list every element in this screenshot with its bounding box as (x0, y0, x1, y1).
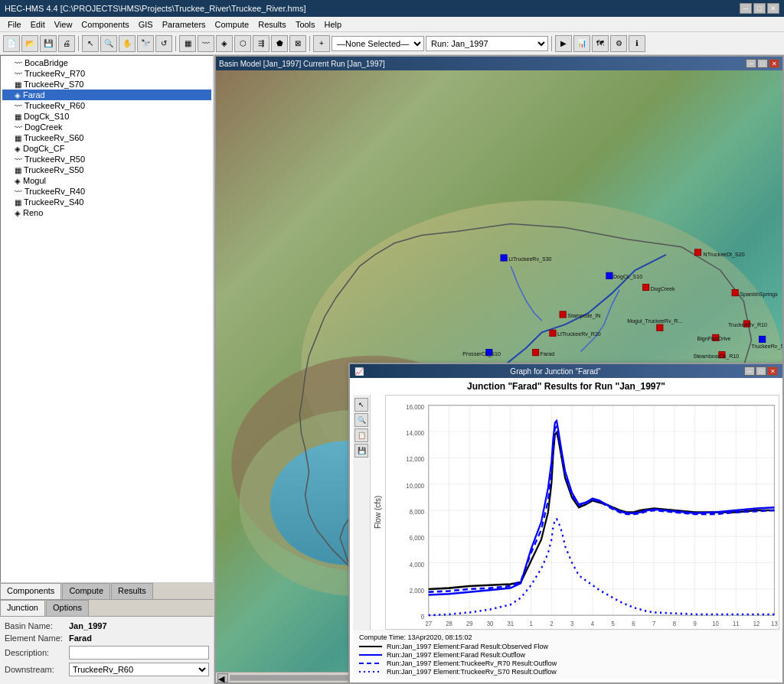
tree-item-truckeerv-r60[interactable]: 〰 TruckeeRv_R60 (2, 100, 211, 111)
graph-export-tool[interactable]: 💾 (354, 444, 368, 458)
source-tool[interactable]: ⬟ (271, 35, 288, 52)
svg-text:LtTruckeeRv_R20: LtTruckeeRv_R20 (557, 331, 601, 337)
graph-close-btn[interactable]: ✕ (767, 366, 778, 376)
props-tab-strip: Junction Options (0, 600, 214, 617)
svg-text:8: 8 (673, 620, 677, 628)
open-button[interactable]: 📂 (21, 35, 38, 52)
reach-tool[interactable]: 〰 (198, 35, 214, 52)
graph-maximize-btn[interactable]: □ (756, 366, 766, 376)
tab-junction[interactable]: Junction (0, 600, 45, 616)
info-button[interactable]: ℹ (629, 35, 645, 52)
svg-text:5: 5 (611, 620, 615, 628)
plus-button[interactable]: + (313, 35, 330, 52)
save-button[interactable]: 💾 (40, 35, 57, 52)
menu-edit[interactable]: Edit (26, 19, 50, 30)
tree-item-truckeerv-s50[interactable]: ▦ TruckeeRv_S50 (2, 164, 211, 175)
svg-text:14,000: 14,000 (406, 429, 424, 438)
downstream-select[interactable]: TruckeeRv_R60 (69, 663, 209, 676)
menu-file[interactable]: File (3, 19, 26, 30)
tree-item-dogck-s10[interactable]: ▦ DogCk_S10 (2, 111, 211, 122)
tree-item-truckeerv-s70[interactable]: ▦ TruckeeRv_S70 (2, 79, 211, 90)
subbasin-tool[interactable]: ▦ (179, 35, 196, 52)
settings-button[interactable]: ⚙ (610, 35, 627, 52)
sink-tool[interactable]: ⊠ (289, 35, 306, 52)
run-dropdown[interactable]: Run: Jan_1997 (426, 36, 548, 51)
menu-components[interactable]: Components (77, 19, 133, 30)
tree-item-truckeerv-s40[interactable]: ▦ TruckeeRv_S40 (2, 197, 211, 207)
svg-text:LtTruckeeRv_S30: LtTruckeeRv_S30 (508, 256, 551, 262)
new-button[interactable]: 📄 (3, 35, 20, 52)
menu-results[interactable]: Results (253, 19, 291, 30)
graph-table-tool[interactable]: 📋 (354, 428, 368, 442)
tab-compute[interactable]: Compute (62, 583, 110, 599)
tree-item-mogul[interactable]: ◈ Mogul (2, 175, 211, 186)
basin-name-value: Jan_1997 (69, 621, 107, 630)
subbasin-icon: ▦ (15, 80, 21, 89)
map-button[interactable]: 🗺 (592, 35, 609, 52)
svg-rect-16 (550, 330, 556, 336)
reservoir-tool[interactable]: ⬡ (234, 35, 251, 52)
tree-item-truckeerv-r70[interactable]: 〰 TruckeeRv_R70 (2, 68, 211, 79)
zoom-in-button[interactable]: 🔍 (100, 35, 117, 52)
menu-tools[interactable]: Tools (291, 19, 320, 30)
svg-text:TruckeeRv_S10: TruckeeRv_S10 (751, 344, 782, 350)
tree-item-truckeerv-s60[interactable]: ▦ TruckeeRv_S60 (2, 132, 211, 143)
zoom-out-button[interactable]: 🔭 (137, 35, 154, 52)
menu-view[interactable]: View (50, 19, 77, 30)
tree-item-dogcreek[interactable]: 〰 DogCreek (2, 122, 211, 132)
tree-item-reno[interactable]: ◈ Reno (2, 207, 211, 218)
description-row: Description: (5, 646, 209, 660)
tree-item-truckeerv-r50[interactable]: 〰 TruckeeRv_R50 (2, 154, 211, 164)
diversion-tool[interactable]: ⇶ (253, 35, 270, 52)
tree-item-bocabridge[interactable]: 〰 BocaBridge (2, 57, 211, 68)
pan-button[interactable]: ✋ (119, 35, 136, 52)
svg-rect-6 (732, 290, 738, 296)
legend-item-1: Run:Jan_1997 Element:Farad Result:Observ… (359, 643, 773, 650)
basin-name-row: Basin Name: Jan_1997 (5, 621, 209, 630)
graph-minimize-btn[interactable]: ─ (744, 366, 755, 376)
subbasin-icon-3: ▦ (15, 134, 21, 142)
graph-plot-area: ↖ 🔍 📋 💾 Flow (cfs) (353, 395, 779, 630)
menu-gis[interactable]: GIS (134, 19, 158, 30)
refresh-button[interactable]: ↺ (155, 35, 172, 52)
svg-text:13: 13 (771, 620, 778, 628)
element-name-label: Element Name: (5, 634, 66, 643)
junction-icon-3: ◈ (15, 177, 21, 185)
legend-item-3: Run:Jan_1997 Element:TruckeeRv_R70 Resul… (359, 660, 773, 667)
menu-help[interactable]: Help (320, 19, 347, 30)
description-input[interactable] (69, 646, 209, 660)
compute-button[interactable]: ▶ (555, 35, 572, 52)
left-tab-strip: Components Compute Results (0, 583, 214, 600)
svg-text:0: 0 (421, 613, 425, 621)
maximize-button[interactable]: □ (753, 3, 766, 14)
tab-options[interactable]: Options (46, 600, 89, 616)
y-axis-label: Flow (cfs) (371, 395, 385, 630)
scroll-left-btn[interactable]: ◀ (217, 673, 228, 682)
basin-close-btn[interactable]: ✕ (769, 59, 779, 68)
minimize-button[interactable]: ─ (740, 3, 752, 14)
legend-line-observed (359, 643, 382, 650)
svg-text:3: 3 (570, 620, 574, 628)
tree-item-farad[interactable]: ◈ Farad (2, 90, 211, 100)
tab-results[interactable]: Results (111, 583, 153, 599)
results-button[interactable]: 📊 (573, 35, 590, 52)
graph-chart-title: Junction "Farad" Results for Run "Jan_19… (353, 381, 779, 392)
tree-item-truckeerv-r40[interactable]: 〰 TruckeeRv_R40 (2, 186, 211, 197)
none-selected-dropdown[interactable]: —None Selected— (332, 36, 424, 51)
graph-select-tool[interactable]: ↖ (354, 398, 368, 412)
basin-minimize-btn[interactable]: ─ (746, 59, 756, 68)
tree-item-dogck-cf[interactable]: ◈ DogCk_CF (2, 143, 211, 154)
close-button[interactable]: ✕ (767, 3, 779, 14)
graph-zoom-tool[interactable]: 🔍 (354, 413, 368, 427)
downstream-row: Downstream: TruckeeRv_R60 (5, 663, 209, 676)
menu-parameters[interactable]: Parameters (158, 19, 211, 30)
print-button[interactable]: 🖨 (58, 35, 75, 52)
select-tool[interactable]: ↖ (82, 35, 99, 52)
svg-text:31: 31 (507, 620, 514, 628)
basin-maximize-btn[interactable]: □ (757, 59, 768, 68)
reach-icon-3: 〰 (15, 102, 22, 110)
junction-tool[interactable]: ◈ (216, 35, 233, 52)
tab-components[interactable]: Components (0, 583, 61, 599)
tree-scroll[interactable]: 〰 BocaBridge 〰 TruckeeRv_R70 ▦ TruckeeRv… (1, 56, 213, 582)
menu-compute[interactable]: Compute (211, 19, 254, 30)
